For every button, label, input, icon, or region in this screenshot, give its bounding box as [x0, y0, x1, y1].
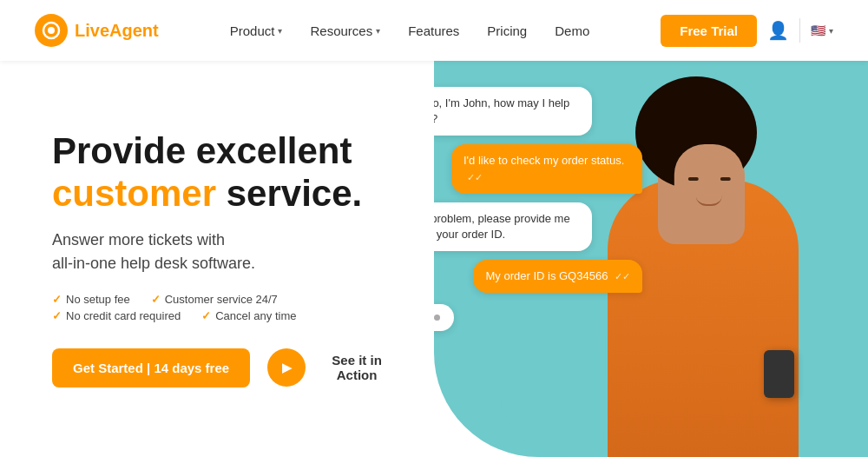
user-icon[interactable]: 👤 — [767, 20, 789, 41]
nav-product[interactable]: Product ▾ — [230, 23, 283, 38]
logo[interactable]: LiveAgent — [35, 14, 159, 47]
chat-bubble-3: No problem, please provide me with your … — [434, 202, 592, 251]
see-in-action-button[interactable]: ▶ See it in Action — [267, 348, 399, 387]
feature-cancel: ✓ Cancel any time — [201, 309, 296, 322]
language-selector[interactable]: 🇺🇸 ▾ — [811, 23, 833, 37]
nav-demo[interactable]: Demo — [555, 23, 589, 38]
hero-headline: Provide excellent customer service. — [52, 130, 399, 215]
logo-icon — [35, 14, 68, 47]
nav-actions: Free Trial 👤 🇺🇸 ▾ — [661, 15, 833, 47]
flag-icon: 🇺🇸 — [811, 23, 825, 37]
hero-left: Provide excellent customer service. Answ… — [0, 61, 434, 457]
get-started-button[interactable]: Get Started | 14 days free — [52, 348, 250, 387]
typing-indicator: J — [434, 301, 642, 331]
logo-text: LiveAgent — [75, 21, 159, 41]
chevron-down-icon: ▾ — [829, 26, 833, 36]
nav-features[interactable]: Features — [408, 23, 459, 38]
chevron-down-icon: ▾ — [278, 26, 282, 36]
chat-message-1: J Hello, I'm John, how may I help you? — [434, 87, 642, 136]
features-list: ✓ No setup fee ✓ Customer service 24/7 ✓… — [52, 293, 399, 322]
nav-pricing[interactable]: Pricing — [487, 23, 527, 38]
typing-dots — [434, 304, 454, 331]
chat-bubble-2: I'd like to check my order status. ✓✓ — [451, 144, 642, 193]
nav-resources[interactable]: Resources ▾ — [310, 23, 380, 38]
hero-subheadline: Answer more tickets withall-in-one help … — [52, 228, 399, 275]
chat-bubble-1: Hello, I'm John, how may I help you? — [434, 87, 592, 136]
check-icon-2: ✓✓ — [615, 271, 630, 281]
play-icon: ▶ — [267, 348, 306, 387]
chat-bubble-4: My order ID is GQ34566 ✓✓ — [473, 260, 642, 293]
free-trial-button[interactable]: Free Trial — [661, 15, 757, 47]
feature-customer-service: ✓ Customer service 24/7 — [151, 293, 278, 306]
feature-no-credit: ✓ No credit card required — [52, 309, 181, 322]
navbar: LiveAgent Product ▾ Resources ▾ Features… — [0, 0, 868, 61]
dot-3 — [434, 315, 440, 321]
chat-message-2: I'd like to check my order status. ✓✓ — [434, 144, 642, 193]
nav-links: Product ▾ Resources ▾ Features Pricing D… — [230, 23, 589, 38]
feature-no-setup: ✓ No setup fee — [52, 293, 130, 306]
chat-overlay: J Hello, I'm John, how may I help you? I… — [434, 87, 642, 331]
chat-message-4: My order ID is GQ34566 ✓✓ — [434, 260, 642, 293]
check-icon: ✓✓ — [467, 172, 483, 182]
chevron-down-icon: ▾ — [376, 26, 380, 36]
chat-message-3: J No problem, please provide me with you… — [434, 202, 642, 251]
hero-right: J Hello, I'm John, how may I help you? I… — [434, 61, 868, 457]
hero-buttons: Get Started | 14 days free ▶ See it in A… — [52, 348, 399, 387]
svg-point-1 — [48, 27, 55, 34]
hero-section: Provide excellent customer service. Answ… — [0, 61, 868, 457]
nav-divider — [799, 18, 800, 43]
